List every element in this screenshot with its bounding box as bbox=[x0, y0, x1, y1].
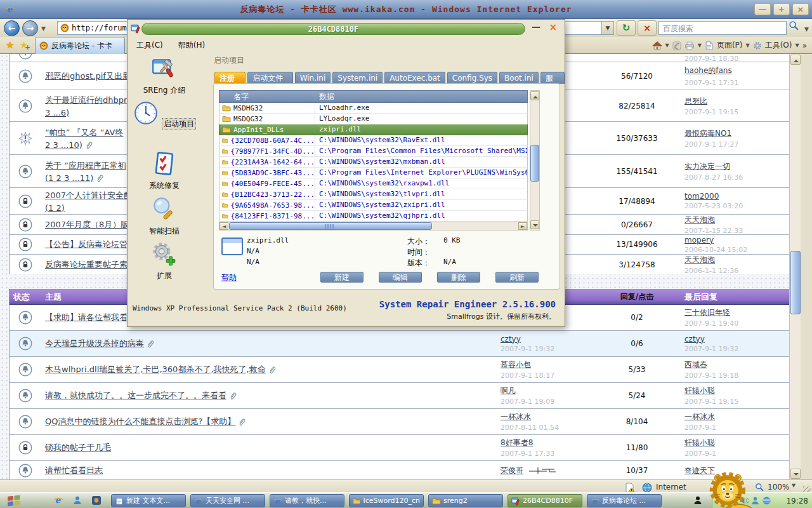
history-dropdown-icon[interactable]: ▼ bbox=[41, 25, 46, 32]
topic-author[interactable]: cztyy bbox=[501, 335, 615, 344]
registry-row[interactable]: MSDHG32 LYLoadhr.exe bbox=[219, 103, 528, 114]
page-scrollbar[interactable] bbox=[789, 54, 801, 479]
search-button-magnifier-icon[interactable] bbox=[789, 20, 799, 30]
page-dropdown-icon[interactable]: ▼ bbox=[746, 43, 750, 48]
tools-gear-icon[interactable] bbox=[753, 41, 762, 50]
topic-link[interactable]: 今天瑞星升级没杀掉的病毒 bbox=[45, 338, 144, 349]
registry-row[interactable]: {798977F1-34FC-4D... C:\Program Files\Co… bbox=[219, 146, 528, 157]
taskbar-button-folder-sreng[interactable]: sreng2 bbox=[428, 494, 503, 507]
last-reply-author[interactable]: 轩辕小聪 bbox=[684, 385, 799, 396]
home-icon[interactable] bbox=[652, 41, 662, 51]
minimize-button[interactable]: — bbox=[754, 3, 771, 15]
last-reply-author[interactable]: tom2000 bbox=[684, 192, 799, 201]
registry-row[interactable]: {5D83AD9C-3BFC-43... C:\Program Files\In… bbox=[219, 168, 528, 178]
taskbar-button-sreng-active[interactable]: 26B4CD8810F bbox=[508, 494, 582, 507]
column-name[interactable]: 名字 bbox=[219, 91, 315, 102]
topic-link[interactable]: 邪恶的ghost.pif又出新 bbox=[45, 70, 131, 82]
last-reply-author[interactable]: 三十依旧年轻 bbox=[684, 307, 799, 318]
scroll-down-icon[interactable] bbox=[530, 220, 539, 229]
forward-button[interactable]: → bbox=[22, 20, 38, 36]
registry-row[interactable]: {32CD708B-60A7-4C... C:\WINDOWS\system32… bbox=[219, 135, 528, 146]
tools-dropdown-icon[interactable]: ▼ bbox=[796, 43, 799, 48]
topic-link[interactable]: 木马wlhpri.dll瑞星被关了,卡巴,360都杀不了,我快死了,救命 bbox=[45, 364, 266, 375]
globe-tray-icon[interactable] bbox=[762, 496, 771, 505]
home-dropdown-icon[interactable]: ▼ bbox=[665, 43, 669, 48]
topic-author[interactable]: 啊凡 bbox=[501, 385, 615, 396]
close-button[interactable]: × bbox=[792, 3, 809, 15]
print-dropdown-icon[interactable]: ▼ bbox=[698, 43, 702, 48]
refresh-button[interactable]: 刷新 bbox=[495, 272, 539, 283]
browser-tab[interactable]: 反病毒论坛 - 卡卡 bbox=[35, 37, 125, 54]
edit-button[interactable]: 编辑 bbox=[379, 272, 422, 283]
scroll-up-icon[interactable] bbox=[530, 91, 539, 100]
page-icon[interactable] bbox=[705, 41, 714, 50]
topic-author[interactable]: 一杯冰水 bbox=[501, 411, 615, 422]
favorites-star-icon[interactable]: ★ bbox=[6, 39, 14, 51]
toolbar-overflow-chevron[interactable]: » bbox=[802, 41, 807, 50]
last-reply-author[interactable]: 最恨病毒NO1 bbox=[684, 128, 799, 139]
scrollbar-thumb[interactable] bbox=[229, 222, 432, 230]
scrollbar-thumb[interactable] bbox=[530, 145, 539, 182]
zoom-level[interactable]: 100% bbox=[768, 483, 789, 491]
scroll-up-icon[interactable] bbox=[790, 55, 801, 65]
tab-system-ini[interactable]: System.ini bbox=[332, 72, 383, 84]
print-icon[interactable] bbox=[684, 41, 695, 51]
dialog-minimize-button[interactable]: — bbox=[532, 22, 540, 32]
topic-link[interactable]: 请教，就快成功了。。这一步成完不了。。来看看 bbox=[45, 390, 226, 401]
topic-author[interactable]: 慕容小包 bbox=[501, 359, 615, 370]
refresh-button[interactable]: ↻ bbox=[617, 20, 636, 36]
tab-boot-ini[interactable]: Boot.ini bbox=[499, 72, 539, 84]
last-reply-author[interactable]: 一杯冰水 bbox=[684, 411, 799, 422]
search-dropdown-icon[interactable]: ▼ bbox=[804, 26, 809, 32]
search-input[interactable]: 百度搜索 bbox=[658, 21, 787, 35]
scroll-left-icon[interactable]: ◄ bbox=[219, 222, 228, 230]
scrollbar-thumb[interactable] bbox=[790, 251, 801, 314]
last-reply-author[interactable]: 实力决定一切 bbox=[684, 161, 799, 172]
last-reply-author[interactable]: 西域春 bbox=[684, 359, 799, 370]
dialog-close-button[interactable]: × bbox=[549, 22, 557, 33]
registry-row[interactable]: {9A65498A-7653-98... C:\WINDOWS\system32… bbox=[219, 200, 528, 211]
tab-autoexec-bat[interactable]: AutoExec.bat bbox=[384, 72, 445, 84]
topic-link[interactable]: 锁我的帖子干几毛 bbox=[45, 442, 111, 453]
topic-link[interactable]: 关于最近流行的dhbpri bbox=[45, 95, 129, 106]
registry-row[interactable]: {40E504F9-FECE-45... C:\WINDOWS\system32… bbox=[219, 178, 528, 189]
start-button-xp-flag-icon[interactable] bbox=[6, 494, 22, 507]
registry-row[interactable]: {84123FF1-8371-98... C:\WINDOWS\system32… bbox=[219, 211, 528, 222]
topic-pages[interactable]: (1 2 3 ...11) bbox=[45, 173, 93, 183]
sidebar-item-scan[interactable]: 智能扫描 bbox=[129, 196, 200, 237]
last-reply-author[interactable]: mopery bbox=[684, 236, 799, 244]
taskbar-button-folder-icesword[interactable]: IceSword120_cn bbox=[349, 494, 424, 507]
topic-author[interactable]: 8好事者8 bbox=[501, 438, 615, 448]
last-reply-author[interactable]: 天天泡泡 bbox=[684, 215, 799, 225]
last-reply-author[interactable]: 思努比 bbox=[684, 96, 799, 107]
topic-link[interactable]: 反病毒论坛重要帖子索 bbox=[45, 259, 128, 271]
topic-link[interactable]: 【公告】反病毒论坛管 bbox=[45, 239, 128, 250]
address-dropdown-icon[interactable]: ▼ bbox=[601, 22, 613, 34]
registry-row[interactable]: {2231A43A-1642-64... C:\WINDOWS\system32… bbox=[219, 157, 528, 168]
add-favorite-icon[interactable]: ★+ bbox=[20, 39, 28, 51]
sidebar-item-intro[interactable]: SREng 介绍 bbox=[129, 55, 200, 96]
taskbar-button-ie-window[interactable]: 天天安全网 ... bbox=[190, 494, 265, 507]
menu-tools[interactable]: 工具(C) bbox=[136, 40, 163, 51]
registry-scrollbar-horizontal[interactable]: ◄ ► bbox=[219, 222, 528, 231]
sidebar-item-extensions[interactable]: 扩展 bbox=[129, 241, 200, 281]
address-url[interactable]: http://forum. bbox=[72, 23, 131, 32]
tools-menu[interactable]: 工具(O) bbox=[765, 40, 792, 51]
topic-link[interactable]: “帕虫” 『又名 “AV终 bbox=[45, 127, 123, 138]
taskbar-button-notepad[interactable]: 新建 文本文... bbox=[111, 494, 186, 507]
scroll-down-icon[interactable] bbox=[790, 469, 801, 479]
topic-pages[interactable]: 3 ...6) bbox=[45, 108, 69, 117]
topic-link[interactable]: 2007个人计算计安全配 bbox=[45, 190, 132, 201]
registry-scrollbar-vertical[interactable] bbox=[530, 90, 540, 231]
registry-row-selected[interactable]: AppInit_DLLs zxipri.dll bbox=[219, 124, 528, 135]
taskbar-button-ie-window[interactable]: 请教，就快... bbox=[270, 494, 344, 507]
new-button[interactable]: 新建 bbox=[320, 272, 363, 283]
sidebar-item-startup[interactable]: 启动项目 bbox=[129, 100, 200, 130]
menu-help[interactable]: 帮助(H) bbox=[178, 40, 205, 51]
sidebar-item-repair[interactable]: 系统修复 bbox=[129, 150, 200, 191]
rss-feeds-icon[interactable] bbox=[672, 41, 681, 50]
back-button[interactable]: ← bbox=[4, 20, 20, 36]
taskbar-button-ie-forum[interactable]: 反病毒论坛 ... bbox=[587, 494, 662, 507]
zoom-dropdown-icon[interactable]: ▼ bbox=[792, 483, 796, 488]
topic-author[interactable]: 荣俊哥 bbox=[501, 465, 523, 476]
